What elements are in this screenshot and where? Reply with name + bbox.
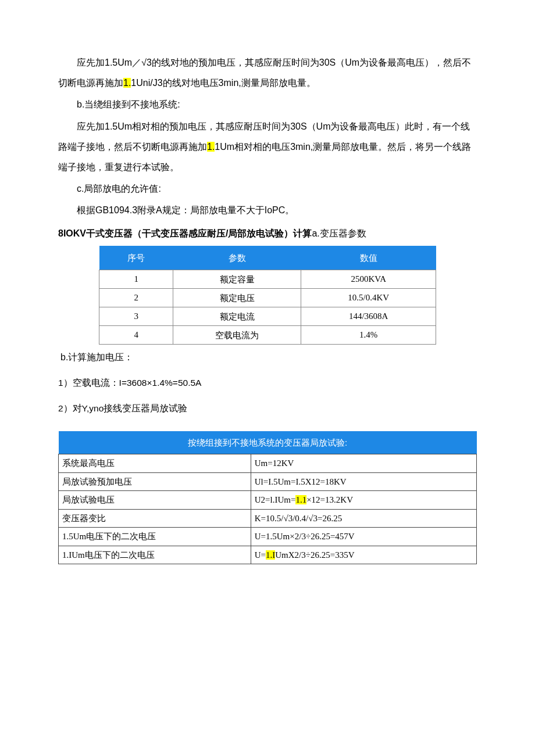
- cell-value: U2=l.IUm=1.1×12=13.2KV: [251, 491, 476, 510]
- cell-p: 额定容量: [173, 270, 301, 288]
- params-table: 序号 参数 数值 1 额定容量 2500KVA 2 额定电压 10.5/0.4K…: [99, 246, 436, 345]
- cell-v: 10.5/0.4KV: [301, 288, 436, 307]
- details-table: 按绕组接到不接地系统的变压器局放试验: 系统最高电压 Um=12KV 局放试验预…: [58, 431, 477, 564]
- cell-p: 额定电压: [173, 288, 301, 307]
- cell-v: 1.4%: [301, 325, 436, 344]
- cell-label: 1.5Um电压下的二次电压: [59, 528, 251, 546]
- paragraph-1: 应先加1.5Um／√3的线对地的预加电压，其感应耐压时间为30S（Um为设备最高…: [58, 52, 477, 93]
- calc-line-1: 1）空载电流：I=3608×1.4%=50.5A: [58, 373, 477, 393]
- cell-p: 额定电流: [173, 307, 301, 325]
- cell-v: 2500KVA: [301, 270, 436, 288]
- cell-label: 变压器变比: [59, 509, 251, 528]
- table-row: 2 额定电压 10.5/0.4KV: [99, 288, 436, 307]
- cell-p: 空载电流为: [173, 325, 301, 344]
- section-title: 8IOKV干式变压器（干式变压器感应耐压/局部放电试验）计算a.变压器参数: [58, 223, 477, 243]
- cell-value: Ul=I.5Um=I.5X12=18KV: [251, 472, 476, 491]
- calc-line-2: 2）对Y,yno接线变压器局放试验: [58, 399, 477, 418]
- highlight-1: 1.: [123, 78, 131, 88]
- table-row: 局放试验预加电压 Ul=I.5Um=I.5X12=18KV: [59, 472, 477, 491]
- paragraph-2: b.当绕组接到不接地系统:: [58, 94, 477, 114]
- cell-label: 系统最高电压: [59, 454, 251, 473]
- section-title-sub: a.变压器参数: [312, 228, 366, 238]
- details-title: 按绕组接到不接地系统的变压器局放试验:: [59, 431, 477, 454]
- params-header-2: 参数: [173, 246, 301, 270]
- section-title-bold: 8IOKV干式变压器（干式变压器感应耐压/局部放电试验）计算: [58, 228, 312, 238]
- params-header-1: 序号: [99, 246, 173, 270]
- details-title-row: 按绕组接到不接地系统的变压器局放试验:: [59, 431, 477, 454]
- table-row: 1.IUm电压下的二次电压 U=1.IUmX2/3÷26.25=335V: [59, 546, 477, 564]
- highlight-2: 1.: [207, 142, 215, 152]
- table-row: 局放试验电压 U2=l.IUm=1.1×12=13.2KV: [59, 491, 477, 510]
- calc-b: b.计算施加电压：: [60, 347, 477, 367]
- cell-n: 4: [99, 325, 173, 344]
- table-row: 1 额定容量 2500KVA: [99, 270, 436, 288]
- p1-text-b: 1Uni/J3的线对地电压3min,测量局部放电量。: [131, 78, 315, 88]
- table-row: 系统最高电压 Um=12KV: [59, 454, 477, 473]
- highlight-4: 1.I: [266, 550, 275, 560]
- params-header-row: 序号 参数 数值: [99, 246, 436, 270]
- cell-n: 1: [99, 270, 173, 288]
- cell-label: 局放试验电压: [59, 491, 251, 510]
- cell-v: 144/3608A: [301, 307, 436, 325]
- cell-label: 1.IUm电压下的二次电压: [59, 546, 251, 564]
- table-row: 1.5Um电压下的二次电压 U=1.5Um×2/3÷26.25=457V: [59, 528, 477, 546]
- cell-n: 2: [99, 288, 173, 307]
- params-header-3: 数值: [301, 246, 436, 270]
- cell-value: K=10.5/√3/0.4/√3=26.25: [251, 509, 476, 528]
- cell-value: U=1.5Um×2/3÷26.25=457V: [251, 528, 476, 546]
- table-row: 变压器变比 K=10.5/√3/0.4/√3=26.25: [59, 509, 477, 528]
- table-row: 4 空载电流为 1.4%: [99, 325, 436, 344]
- highlight-3: 1.1: [295, 495, 306, 504]
- paragraph-3: 应先加1.5Um相对相的预加电压，其感应耐压时间为30S（Um为设备最高电压）此…: [58, 116, 477, 178]
- cell-value: Um=12KV: [251, 454, 476, 473]
- cell-label: 局放试验预加电压: [59, 472, 251, 491]
- table-row: 3 额定电流 144/3608A: [99, 307, 436, 325]
- paragraph-5: 根据GB1094.3附录A规定：局部放电量不大于IoPC。: [58, 200, 477, 220]
- paragraph-4: c.局部放电的允许值:: [58, 178, 477, 199]
- cell-value: U=1.IUmX2/3÷26.25=335V: [251, 546, 476, 564]
- cell-n: 3: [99, 307, 173, 325]
